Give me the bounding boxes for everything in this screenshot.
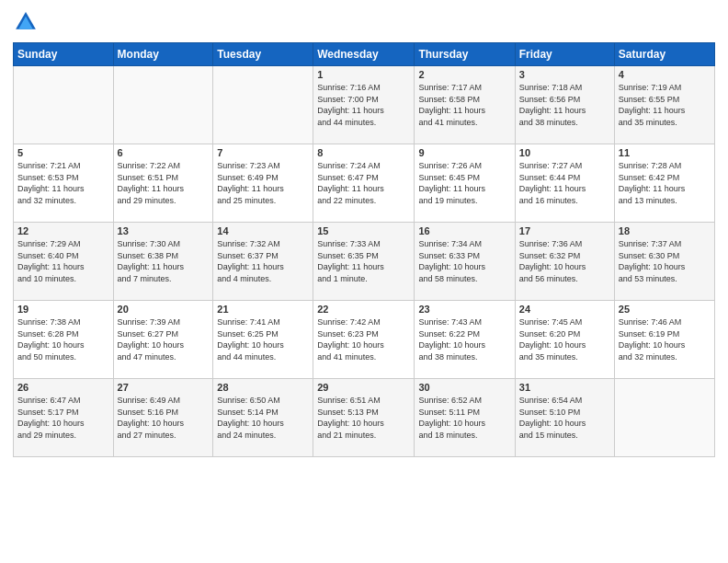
day-cell-1: 1Sunrise: 7:16 AM Sunset: 7:00 PM Daylig… xyxy=(313,66,415,144)
day-number: 18 xyxy=(619,225,711,236)
day-cell-11: 11Sunrise: 7:28 AM Sunset: 6:42 PM Dayli… xyxy=(614,144,714,223)
day-number: 11 xyxy=(619,147,711,158)
week-row-1: 1Sunrise: 7:16 AM Sunset: 7:00 PM Daylig… xyxy=(14,66,715,144)
day-number: 15 xyxy=(317,225,410,236)
week-row-4: 19Sunrise: 7:38 AM Sunset: 6:28 PM Dayli… xyxy=(14,301,715,379)
day-cell-2: 2Sunrise: 7:17 AM Sunset: 6:58 PM Daylig… xyxy=(415,66,515,144)
day-number: 22 xyxy=(317,304,410,315)
weekday-header-thursday: Thursday xyxy=(415,43,515,66)
weekday-header-monday: Monday xyxy=(113,43,213,66)
day-cell-25: 25Sunrise: 7:46 AM Sunset: 6:19 PM Dayli… xyxy=(614,301,714,379)
day-number: 13 xyxy=(118,225,210,236)
day-number: 26 xyxy=(17,382,109,393)
day-number: 29 xyxy=(317,382,410,393)
day-info: Sunrise: 7:41 AM Sunset: 6:25 PM Dayligh… xyxy=(217,317,284,362)
day-number: 20 xyxy=(118,304,210,315)
day-info: Sunrise: 7:27 AM Sunset: 6:44 PM Dayligh… xyxy=(519,161,586,205)
day-info: Sunrise: 6:49 AM Sunset: 5:16 PM Dayligh… xyxy=(118,396,185,440)
day-cell-16: 16Sunrise: 7:34 AM Sunset: 6:33 PM Dayli… xyxy=(415,223,515,301)
weekday-header-saturday: Saturday xyxy=(614,43,714,66)
day-info: Sunrise: 7:24 AM Sunset: 6:47 PM Dayligh… xyxy=(317,161,384,205)
day-number: 28 xyxy=(217,382,309,393)
day-number: 16 xyxy=(418,225,510,236)
week-row-5: 26Sunrise: 6:47 AM Sunset: 5:17 PM Dayli… xyxy=(14,379,715,457)
day-number: 4 xyxy=(619,69,711,80)
logo-icon xyxy=(13,9,39,35)
day-info: Sunrise: 6:47 AM Sunset: 5:17 PM Dayligh… xyxy=(17,396,85,440)
day-info: Sunrise: 7:26 AM Sunset: 6:45 PM Dayligh… xyxy=(418,161,485,205)
empty-cell xyxy=(213,66,313,144)
day-number: 10 xyxy=(519,147,610,158)
day-cell-17: 17Sunrise: 7:36 AM Sunset: 6:32 PM Dayli… xyxy=(515,223,614,301)
day-number: 24 xyxy=(519,304,610,315)
day-number: 19 xyxy=(17,304,109,315)
day-info: Sunrise: 7:45 AM Sunset: 6:20 PM Dayligh… xyxy=(519,317,586,362)
day-info: Sunrise: 6:52 AM Sunset: 5:11 PM Dayligh… xyxy=(418,396,485,440)
page: SundayMondayTuesdayWednesdayThursdayFrid… xyxy=(0,0,728,563)
day-number: 31 xyxy=(519,382,610,393)
day-number: 23 xyxy=(418,304,510,315)
day-info: Sunrise: 7:43 AM Sunset: 6:22 PM Dayligh… xyxy=(418,317,485,362)
day-info: Sunrise: 7:42 AM Sunset: 6:23 PM Dayligh… xyxy=(317,317,384,362)
week-row-3: 12Sunrise: 7:29 AM Sunset: 6:40 PM Dayli… xyxy=(14,223,715,301)
weekday-header-wednesday: Wednesday xyxy=(313,43,415,66)
day-cell-13: 13Sunrise: 7:30 AM Sunset: 6:38 PM Dayli… xyxy=(113,223,213,301)
day-cell-29: 29Sunrise: 6:51 AM Sunset: 5:13 PM Dayli… xyxy=(313,379,415,457)
day-info: Sunrise: 7:22 AM Sunset: 6:51 PM Dayligh… xyxy=(118,161,185,205)
day-cell-23: 23Sunrise: 7:43 AM Sunset: 6:22 PM Dayli… xyxy=(415,301,515,379)
header xyxy=(13,9,715,35)
empty-cell xyxy=(14,66,114,144)
day-cell-7: 7Sunrise: 7:23 AM Sunset: 6:49 PM Daylig… xyxy=(213,144,313,223)
day-cell-22: 22Sunrise: 7:42 AM Sunset: 6:23 PM Dayli… xyxy=(313,301,415,379)
day-number: 12 xyxy=(17,225,109,236)
day-info: Sunrise: 7:30 AM Sunset: 6:38 PM Dayligh… xyxy=(118,239,185,283)
day-cell-4: 4Sunrise: 7:19 AM Sunset: 6:55 PM Daylig… xyxy=(614,66,714,144)
day-info: Sunrise: 7:17 AM Sunset: 6:58 PM Dayligh… xyxy=(418,83,485,127)
day-info: Sunrise: 7:29 AM Sunset: 6:40 PM Dayligh… xyxy=(17,239,85,283)
day-cell-30: 30Sunrise: 6:52 AM Sunset: 5:11 PM Dayli… xyxy=(415,379,515,457)
day-info: Sunrise: 7:39 AM Sunset: 6:27 PM Dayligh… xyxy=(118,317,185,362)
day-number: 8 xyxy=(317,147,410,158)
empty-cell xyxy=(614,379,714,457)
weekday-header-sunday: Sunday xyxy=(14,43,114,66)
day-info: Sunrise: 7:16 AM Sunset: 7:00 PM Dayligh… xyxy=(317,83,384,127)
day-number: 21 xyxy=(217,304,309,315)
day-cell-12: 12Sunrise: 7:29 AM Sunset: 6:40 PM Dayli… xyxy=(14,223,114,301)
day-info: Sunrise: 6:54 AM Sunset: 5:10 PM Dayligh… xyxy=(519,396,586,440)
day-cell-18: 18Sunrise: 7:37 AM Sunset: 6:30 PM Dayli… xyxy=(614,223,714,301)
day-cell-10: 10Sunrise: 7:27 AM Sunset: 6:44 PM Dayli… xyxy=(515,144,614,223)
weekday-header-tuesday: Tuesday xyxy=(213,43,313,66)
day-cell-5: 5Sunrise: 7:21 AM Sunset: 6:53 PM Daylig… xyxy=(14,144,114,223)
day-info: Sunrise: 7:33 AM Sunset: 6:35 PM Dayligh… xyxy=(317,239,384,283)
day-number: 1 xyxy=(317,69,410,80)
day-cell-31: 31Sunrise: 6:54 AM Sunset: 5:10 PM Dayli… xyxy=(515,379,614,457)
day-cell-6: 6Sunrise: 7:22 AM Sunset: 6:51 PM Daylig… xyxy=(113,144,213,223)
day-info: Sunrise: 6:50 AM Sunset: 5:14 PM Dayligh… xyxy=(217,396,284,440)
day-cell-15: 15Sunrise: 7:33 AM Sunset: 6:35 PM Dayli… xyxy=(313,223,415,301)
day-number: 5 xyxy=(17,147,109,158)
day-info: Sunrise: 7:32 AM Sunset: 6:37 PM Dayligh… xyxy=(217,239,284,283)
day-cell-9: 9Sunrise: 7:26 AM Sunset: 6:45 PM Daylig… xyxy=(415,144,515,223)
day-number: 17 xyxy=(519,225,610,236)
day-number: 9 xyxy=(418,147,510,158)
day-info: Sunrise: 7:37 AM Sunset: 6:30 PM Dayligh… xyxy=(619,239,686,283)
day-info: Sunrise: 7:46 AM Sunset: 6:19 PM Dayligh… xyxy=(619,317,686,362)
day-cell-3: 3Sunrise: 7:18 AM Sunset: 6:56 PM Daylig… xyxy=(515,66,614,144)
day-number: 27 xyxy=(118,382,210,393)
day-number: 3 xyxy=(519,69,610,80)
day-info: Sunrise: 7:34 AM Sunset: 6:33 PM Dayligh… xyxy=(418,239,485,283)
day-number: 25 xyxy=(619,304,711,315)
day-info: Sunrise: 7:36 AM Sunset: 6:32 PM Dayligh… xyxy=(519,239,586,283)
day-number: 2 xyxy=(418,69,510,80)
day-number: 6 xyxy=(118,147,210,158)
day-info: Sunrise: 6:51 AM Sunset: 5:13 PM Dayligh… xyxy=(317,396,384,440)
day-info: Sunrise: 7:28 AM Sunset: 6:42 PM Dayligh… xyxy=(619,161,686,205)
day-info: Sunrise: 7:18 AM Sunset: 6:56 PM Dayligh… xyxy=(519,83,586,127)
day-info: Sunrise: 7:23 AM Sunset: 6:49 PM Dayligh… xyxy=(217,161,284,205)
day-number: 14 xyxy=(217,225,309,236)
calendar-table: SundayMondayTuesdayWednesdayThursdayFrid… xyxy=(13,42,715,457)
day-info: Sunrise: 7:19 AM Sunset: 6:55 PM Dayligh… xyxy=(619,83,686,127)
logo xyxy=(13,9,42,35)
day-cell-19: 19Sunrise: 7:38 AM Sunset: 6:28 PM Dayli… xyxy=(14,301,114,379)
day-cell-21: 21Sunrise: 7:41 AM Sunset: 6:25 PM Dayli… xyxy=(213,301,313,379)
